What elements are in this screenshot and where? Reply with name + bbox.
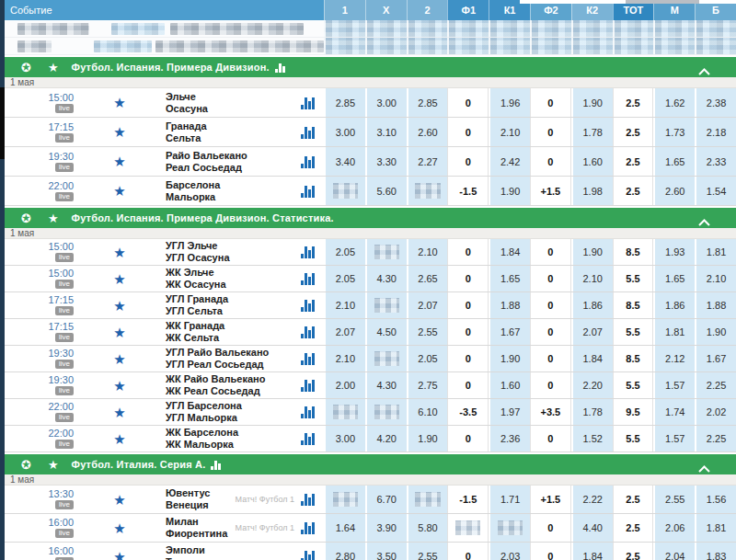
odds-cell-1[interactable]: 2.07: [324, 319, 365, 345]
odds-cell-m[interactable]: 1.73: [653, 118, 695, 146]
live-badge[interactable]: live: [55, 306, 74, 315]
live-badge[interactable]: live: [55, 104, 74, 113]
live-badge[interactable]: live: [55, 440, 74, 449]
odds-cell-tot[interactable]: 2.5: [613, 88, 654, 117]
stats-chart-icon[interactable]: [301, 272, 319, 285]
odds-cell-k1[interactable]: 1.97: [489, 399, 530, 425]
stats-chart-icon[interactable]: [301, 185, 319, 198]
odds-cell-1[interactable]: 2.05: [324, 239, 365, 265]
odds-cell-f2[interactable]: 0: [530, 426, 571, 451]
odds-cell-k2[interactable]: 1.78: [571, 399, 613, 425]
odds-cell-k1[interactable]: 1.90: [489, 177, 530, 205]
odds-cell-2[interactable]: 6.10: [407, 399, 448, 425]
favorite-star-icon[interactable]: ★: [74, 96, 166, 109]
odds-cell-2[interactable]: [407, 486, 448, 513]
stats-chart-icon[interactable]: [301, 406, 319, 418]
odds-cell-tot[interactable]: 8.5: [613, 292, 654, 318]
odds-cell-x[interactable]: 3.50: [365, 543, 407, 560]
odds-cell-2[interactable]: 2.05: [407, 346, 448, 371]
match-row[interactable]: 15:00live★ЭльчеОсасуна2.853.002.8501.960…: [5, 88, 736, 118]
odds-cell-x[interactable]: 4.30: [365, 266, 407, 291]
stats-chart-icon[interactable]: [301, 521, 319, 534]
match-row[interactable]: 17:15live★УГЛ ГранадаУГЛ Сельта2.102.070…: [5, 292, 736, 319]
odds-cell-f1[interactable]: 0: [447, 426, 489, 451]
match-row[interactable]: 13:30live★ЮвентусВенецияМатч! Футбол 16.…: [5, 486, 736, 514]
favorite-star-icon[interactable]: ★: [74, 493, 166, 507]
match-teams[interactable]: ГранадаСельта: [166, 120, 301, 144]
odds-cell-x[interactable]: 4.50: [365, 319, 407, 345]
odds-cell-k2[interactable]: 1.90: [571, 88, 613, 117]
odds-cell-x[interactable]: [365, 292, 407, 318]
live-badge[interactable]: live: [55, 529, 74, 538]
favorite-star-icon[interactable]: ★: [74, 246, 166, 259]
odds-cell-2[interactable]: 2.07: [407, 292, 448, 318]
live-badge[interactable]: live: [55, 163, 74, 172]
odds-cell-m[interactable]: 2.55: [653, 486, 695, 513]
odds-cell-f2[interactable]: 0: [530, 88, 571, 117]
odds-cell-2[interactable]: 2.75: [407, 372, 448, 398]
live-badge[interactable]: live: [55, 360, 74, 369]
match-teams[interactable]: УГЛ ЭльчеУГЛ Осасуна: [166, 240, 301, 264]
odds-cell-f2[interactable]: 0: [530, 346, 571, 371]
odds-cell-f1[interactable]: 0: [447, 147, 489, 176]
match-teams[interactable]: МиланФиорентина: [166, 516, 236, 540]
live-badge[interactable]: live: [55, 253, 74, 262]
odds-cell-tot[interactable]: 2.5: [613, 147, 654, 176]
odds-cell-1[interactable]: 2.85: [324, 88, 365, 117]
odds-cell-tot[interactable]: 2.5: [613, 543, 654, 560]
odds-cell-2[interactable]: 2.60: [407, 118, 448, 146]
stats-chart-icon[interactable]: [301, 155, 319, 168]
odds-cell-x[interactable]: 3.00: [365, 88, 407, 117]
odds-cell-2[interactable]: [407, 177, 448, 205]
odds-cell-1[interactable]: 2.10: [324, 346, 365, 371]
odds-cell-tot[interactable]: 5.5: [613, 266, 654, 291]
odds-cell-1[interactable]: 3.00: [324, 426, 365, 451]
odds-cell-f1[interactable]: 0: [447, 543, 489, 560]
favorite-star-icon[interactable]: ★: [74, 521, 166, 535]
odds-cell-f1[interactable]: -1.5: [447, 177, 489, 205]
odds-cell-k2[interactable]: 2.10: [571, 266, 613, 291]
match-teams[interactable]: УГЛ БарселонаУГЛ Мальорка: [166, 400, 301, 424]
odds-cell-1[interactable]: 2.05: [324, 266, 365, 291]
odds-cell-k1[interactable]: 1.90: [489, 346, 530, 371]
odds-cell-k1[interactable]: 1.96: [489, 88, 530, 117]
odds-cell-f2[interactable]: 0: [530, 266, 571, 291]
odds-cell-f1[interactable]: -1.5: [447, 486, 489, 513]
odds-cell-x[interactable]: 3.90: [365, 514, 407, 542]
match-row[interactable]: 19:30live★ЖК Райо ВальеканоЖК Реал Сосье…: [5, 372, 736, 399]
odds-cell-1[interactable]: [324, 399, 365, 425]
league-header[interactable]: ✪★Футбол. Испания. Примера Дивизион. Ста…: [5, 208, 736, 228]
collapse-chevron-icon[interactable]: [698, 63, 710, 79]
odds-cell-1[interactable]: 2.10: [324, 292, 365, 318]
odds-cell-k2[interactable]: 1.60: [571, 147, 613, 176]
stats-chart-icon[interactable]: [301, 299, 319, 312]
scrollbar-thumb[interactable]: [0, 87, 5, 159]
favorite-star-icon[interactable]: ★: [74, 154, 166, 168]
odds-cell-f1[interactable]: 0: [447, 118, 489, 146]
odds-cell-k2[interactable]: 2.20: [571, 372, 613, 398]
favorite-star-icon[interactable]: ★: [74, 272, 166, 286]
odds-cell-m[interactable]: 1.81: [653, 319, 695, 345]
favorite-star-icon[interactable]: ★: [74, 352, 166, 366]
odds-cell-m[interactable]: 1.65: [653, 266, 695, 291]
live-badge[interactable]: live: [55, 333, 74, 342]
favorite-league-star-icon[interactable]: ★: [48, 62, 59, 74]
match-row[interactable]: 15:00live★ЖК ЭльчеЖК Осасуна2.054.302.65…: [5, 266, 736, 292]
odds-cell-2[interactable]: 1.90: [407, 426, 448, 451]
match-row[interactable]: 22:00live★БарселонаМальорка5.60-1.51.90+…: [5, 177, 736, 206]
odds-cell-f2[interactable]: 0: [530, 372, 571, 398]
odds-cell-m[interactable]: 2.12: [653, 346, 695, 371]
stats-chart-icon[interactable]: [301, 493, 319, 506]
stats-chart-icon[interactable]: [301, 379, 319, 392]
match-teams[interactable]: ЖК ЭльчеЖК Осасуна: [166, 267, 301, 291]
favorite-star-icon[interactable]: ★: [74, 432, 166, 446]
odds-cell-1[interactable]: 2.00: [324, 372, 365, 398]
odds-cell-k1[interactable]: [489, 514, 530, 542]
odds-cell-1[interactable]: [324, 177, 365, 205]
odds-cell-k1[interactable]: 1.71: [489, 486, 530, 513]
match-teams[interactable]: ЖК ГранадаЖК Сельта: [166, 320, 301, 344]
odds-cell-x[interactable]: 5.60: [365, 177, 407, 205]
match-row[interactable]: 16:00live★МиланФиорентинаМатч! Футбол 11…: [5, 514, 736, 543]
odds-cell-f2[interactable]: +1.5: [530, 177, 571, 205]
odds-cell-1[interactable]: 2.80: [324, 543, 365, 560]
